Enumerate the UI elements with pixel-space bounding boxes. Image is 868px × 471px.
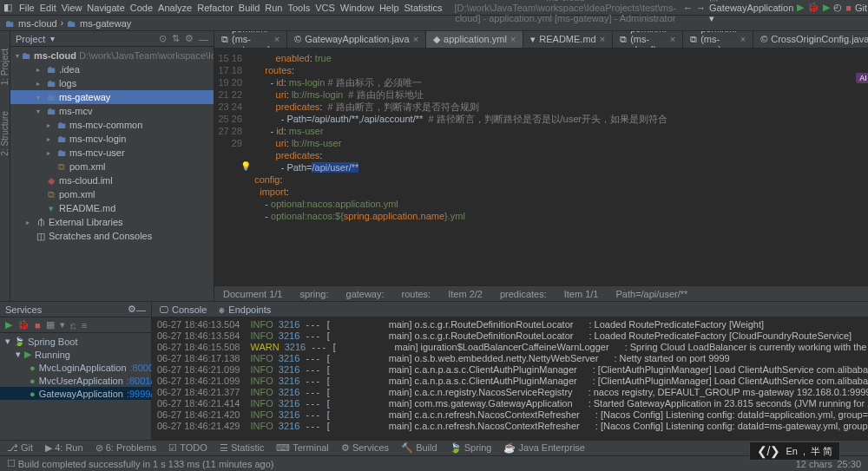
editor-tabs: ⧉pom.xml (ms-gateway)×©GatewayApplicatio… bbox=[214, 31, 868, 49]
menu-file[interactable]: File bbox=[19, 3, 35, 13]
menu-tools[interactable]: Tools bbox=[287, 3, 310, 13]
tree-item[interactable]: ▾🖿ms-mcv bbox=[10, 104, 214, 118]
service-app[interactable]: ●MvcUserApplication :8001/ bbox=[0, 374, 151, 387]
bulb-icon[interactable]: 💡 bbox=[240, 161, 251, 171]
tree-item[interactable]: ◫Scratches and Consoles bbox=[10, 229, 214, 243]
status-msg: Build completed successfully in 1 s 133 … bbox=[18, 459, 274, 469]
ai-badge[interactable]: AI bbox=[856, 73, 868, 83]
menu-run[interactable]: Run bbox=[265, 3, 282, 13]
ime-badge[interactable]: ❮/❯ En , 半 简 bbox=[749, 442, 840, 461]
problems-tool[interactable]: ⊘ 6: Problems bbox=[95, 442, 157, 454]
stop-icon[interactable]: ■ bbox=[35, 320, 41, 330]
java-tool[interactable]: ☕ Java Enterprise bbox=[503, 442, 585, 454]
close-icon[interactable]: × bbox=[600, 34, 605, 44]
structure-tool-btn[interactable]: 2: Structure bbox=[0, 111, 10, 156]
services-panel: Services ⚙ — ▶ 🐞 ■ ▦ ▾ ⎌ ≡ ▾🍃 Spring Boo… bbox=[0, 301, 868, 440]
close-icon[interactable]: × bbox=[274, 34, 279, 44]
menu-build[interactable]: Build bbox=[239, 3, 260, 13]
file-icon: ▾ bbox=[530, 34, 536, 45]
tree-item[interactable]: ▸🖿ms-mcv-login bbox=[10, 132, 214, 146]
gear-icon[interactable]: ⚙ bbox=[128, 304, 136, 315]
event-icon[interactable]: ☐ bbox=[7, 458, 16, 469]
file-icon: ⧉ bbox=[690, 34, 697, 45]
more-icon[interactable]: ≡ bbox=[82, 320, 87, 330]
editor-tab[interactable]: ⧉pom.xml (ms-mcv)× bbox=[683, 31, 753, 48]
menu-navigate[interactable]: Navigate bbox=[87, 3, 124, 13]
tree-item[interactable]: ▸🖿.idea bbox=[10, 62, 214, 76]
todo-tool[interactable]: ☑ TODO bbox=[168, 442, 207, 454]
statistic-tool[interactable]: ☰ Statistic bbox=[220, 442, 265, 454]
down-icon[interactable]: ▾ bbox=[60, 319, 65, 330]
services-title: Services bbox=[5, 304, 42, 315]
window-title: ms-cloud [D:\work\JavaTeam\workspace\Ide… bbox=[455, 0, 677, 23]
close-icon[interactable]: × bbox=[510, 34, 516, 44]
gear-icon[interactable]: ⚙ bbox=[185, 33, 194, 44]
menu-code[interactable]: Code bbox=[130, 3, 153, 13]
build-tool[interactable]: 🔨 Build bbox=[401, 442, 437, 454]
fwd-icon[interactable]: → bbox=[696, 3, 706, 13]
menu-analyze[interactable]: Analyze bbox=[158, 3, 192, 13]
crumb-child[interactable]: ms-gateway bbox=[80, 18, 131, 29]
tree-item[interactable]: ▸🖿ms-mcv-user bbox=[10, 146, 214, 160]
debug-icon[interactable]: 🐞 bbox=[807, 2, 819, 13]
hide-icon[interactable]: — bbox=[199, 34, 208, 44]
filter-icon[interactable]: ▦ bbox=[46, 319, 55, 330]
hide-icon[interactable]: — bbox=[136, 304, 146, 315]
profiler-icon[interactable]: ◴ bbox=[833, 2, 842, 13]
menu-vcs[interactable]: VCS bbox=[315, 3, 335, 13]
close-icon[interactable]: × bbox=[740, 34, 746, 44]
services-tool[interactable]: ⚙ Services bbox=[341, 442, 389, 454]
git-tool[interactable]: ⎇ Git bbox=[7, 442, 33, 454]
service-app[interactable]: ●GatewayApplication :9999/ bbox=[0, 387, 151, 400]
close-icon[interactable]: × bbox=[670, 34, 675, 44]
menu-window[interactable]: Window bbox=[340, 3, 374, 13]
services-tree[interactable]: ▾🍃 Spring Boot ▾▶ Running ●MvcLoginAppli… bbox=[0, 333, 151, 402]
editor-tab[interactable]: ◆application.yml× bbox=[426, 31, 523, 48]
crumb-root[interactable]: ms-cloud bbox=[18, 18, 57, 29]
tree-item[interactable]: ▾README.md bbox=[10, 201, 214, 215]
expand-icon[interactable]: ⇅ bbox=[172, 33, 180, 44]
select-opened-icon[interactable]: ⊙ bbox=[159, 33, 167, 44]
tree-root[interactable]: ▾🖿ms-cloud D:\work\JavaTeam\workspace\Id… bbox=[10, 49, 214, 62]
close-icon[interactable]: × bbox=[413, 34, 418, 44]
console-tab[interactable]: 🖵 Console bbox=[159, 304, 207, 315]
endpoints-tab[interactable]: ⎈ Endpoints bbox=[219, 304, 271, 315]
coverage-icon[interactable]: ▶ bbox=[823, 2, 830, 13]
thread-icon[interactable]: ⎌ bbox=[70, 320, 76, 330]
terminal-tool[interactable]: ⌨ Terminal bbox=[276, 442, 328, 454]
spring-tool[interactable]: 🍃 Spring bbox=[450, 442, 492, 454]
tree-item[interactable]: ▸🖿ms-mcv-common bbox=[10, 118, 214, 132]
project-tree[interactable]: ▾🖿ms-cloud D:\work\JavaTeam\workspace\Id… bbox=[10, 47, 214, 301]
menu-edit[interactable]: Edit bbox=[40, 3, 56, 13]
run-icon[interactable]: ▶ bbox=[5, 319, 12, 330]
code-editor[interactable]: AI 💡 15 16 17 18 19 20 21 22 23 24 25 26… bbox=[214, 49, 868, 285]
menu-statistics[interactable]: Statistics bbox=[404, 3, 443, 13]
run-tool[interactable]: ▶ 4: Run bbox=[45, 442, 82, 454]
debug-icon[interactable]: 🐞 bbox=[17, 319, 30, 330]
tree-item[interactable]: ▾🖿ms-gateway bbox=[10, 90, 214, 104]
editor-tab[interactable]: ▾README.md× bbox=[523, 31, 613, 48]
back-icon[interactable]: ← bbox=[683, 3, 693, 13]
service-app[interactable]: ●MvcLoginApplication :8000/ bbox=[0, 361, 151, 374]
menu-refactor[interactable]: Refactor bbox=[197, 3, 233, 13]
menu-view[interactable]: View bbox=[62, 3, 82, 13]
folder-icon: 🖿 bbox=[5, 18, 15, 29]
console-output[interactable]: 06-27 18:46:13.504 INFO 3216 --- [ main]… bbox=[152, 317, 868, 440]
editor-tab[interactable]: ⧉pom.xml (ms-gateway)× bbox=[214, 31, 287, 48]
run-config-combo[interactable]: ⬚ GatewayApplication ▾ bbox=[709, 0, 793, 24]
tree-item[interactable]: ⧉pom.xml bbox=[10, 160, 214, 173]
editor-tab[interactable]: ©GatewayApplication.java× bbox=[287, 31, 426, 48]
menu-help[interactable]: Help bbox=[379, 3, 399, 13]
editor-tab[interactable]: ©CrossOriginConfig.java× bbox=[753, 31, 868, 48]
run-icon[interactable]: ▶ bbox=[797, 2, 804, 13]
tree-item[interactable]: ▸🖿logs bbox=[10, 76, 214, 90]
project-tool-btn[interactable]: 1: Project bbox=[0, 49, 10, 85]
tree-item[interactable]: ⧉pom.xml bbox=[10, 187, 214, 201]
editor-tab[interactable]: ⧉pom.xml (ms-cloud)× bbox=[613, 31, 683, 48]
bottom-toolbar: ⎇ Git ▶ 4: Run ⊘ 6: Problems ☑ TODO ☰ St… bbox=[0, 440, 868, 455]
stop-icon[interactable]: ■ bbox=[845, 3, 852, 13]
tree-item[interactable]: ◆ms-cloud.iml bbox=[10, 173, 214, 187]
editor-area: ⧉pom.xml (ms-gateway)×©GatewayApplicatio… bbox=[214, 31, 868, 301]
tree-item[interactable]: ▸⫛External Libraries bbox=[10, 215, 214, 229]
project-pane: Project ▾ ⊙ ⇅ ⚙ — ▾🖿ms-cloud D:\work\Jav… bbox=[10, 31, 214, 301]
